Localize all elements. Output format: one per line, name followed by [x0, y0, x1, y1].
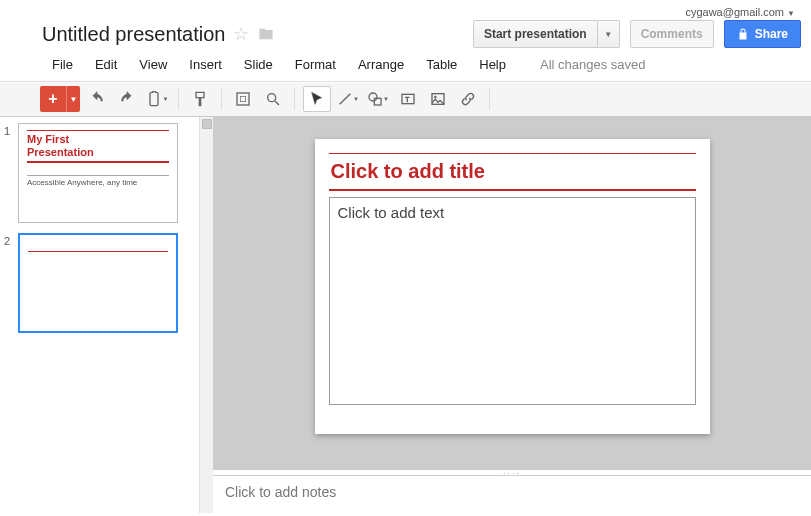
menu-help[interactable]: Help [469, 54, 516, 75]
separator [221, 88, 222, 110]
paste-button[interactable]: ▼ [144, 87, 170, 111]
menu-table[interactable]: Table [416, 54, 467, 75]
svg-point-10 [434, 96, 436, 98]
new-slide-button[interactable]: + ▼ [40, 86, 80, 112]
slide-sidebar: 1 My First Presentation Accessible Anywh… [0, 117, 200, 513]
undo-button[interactable] [84, 87, 110, 111]
speaker-notes-input[interactable]: Click to add notes [213, 475, 811, 513]
zoom-button[interactable] [260, 87, 286, 111]
slide-number: 1 [4, 123, 14, 223]
menu-view[interactable]: View [129, 54, 177, 75]
thumb-subtitle: Accessible Anywhere, any time [27, 175, 169, 187]
slide-body-input[interactable]: Click to add text [329, 197, 696, 405]
separator [178, 88, 179, 110]
svg-point-5 [369, 93, 377, 101]
line-tool[interactable]: ▼ [335, 87, 361, 111]
slide-title-input[interactable]: Click to add title [329, 153, 696, 191]
fit-button[interactable] [230, 87, 256, 111]
shape-tool[interactable]: ▼ [365, 87, 391, 111]
scroll-up-button[interactable] [202, 119, 212, 129]
folder-icon[interactable] [257, 26, 275, 42]
separator [489, 88, 490, 110]
format-paint-button[interactable] [187, 87, 213, 111]
thumb-line [28, 251, 168, 252]
image-tool[interactable] [425, 87, 451, 111]
redo-button[interactable] [114, 87, 140, 111]
menu-format[interactable]: Format [285, 54, 346, 75]
slide-canvas[interactable]: Click to add title Click to add text [315, 139, 710, 434]
textbox-tool[interactable]: T [395, 87, 421, 111]
new-slide-dropdown[interactable]: ▼ [66, 86, 80, 112]
link-tool[interactable] [455, 87, 481, 111]
svg-line-4 [340, 94, 351, 105]
menu-slide[interactable]: Slide [234, 54, 283, 75]
select-tool[interactable] [304, 87, 330, 111]
svg-point-2 [268, 94, 276, 102]
start-presentation-button[interactable]: Start presentation [473, 20, 598, 48]
menu-arrange[interactable]: Arrange [348, 54, 414, 75]
menu-insert[interactable]: Insert [179, 54, 232, 75]
separator [294, 88, 295, 110]
start-presentation-dropdown[interactable]: ▼ [598, 20, 620, 48]
lock-icon [737, 28, 749, 40]
svg-text:T: T [405, 96, 409, 103]
slide-thumbnail-1[interactable]: My First Presentation Accessible Anywher… [18, 123, 178, 223]
toolbar: + ▼ ▼ ▼ ▼ T [0, 81, 811, 117]
svg-line-3 [275, 101, 279, 105]
star-icon[interactable]: ☆ [233, 23, 249, 45]
menu-edit[interactable]: Edit [85, 54, 127, 75]
slide-thumbnail-2[interactable] [18, 233, 178, 333]
doc-title[interactable]: Untitled presentation [42, 23, 225, 46]
thumb-title: My First Presentation [27, 130, 169, 163]
account-email[interactable]: cygawa@gmail.com ▼ [10, 6, 801, 18]
svg-rect-0 [237, 93, 249, 105]
save-status: All changes saved [518, 57, 646, 72]
comments-button[interactable]: Comments [630, 20, 714, 48]
start-presentation-group[interactable]: Start presentation ▼ [473, 20, 620, 48]
share-button[interactable]: Share [724, 20, 801, 48]
svg-rect-6 [374, 98, 381, 105]
sidebar-scrollbar[interactable] [200, 117, 213, 513]
slide-number: 2 [4, 233, 14, 333]
plus-icon: + [40, 90, 66, 108]
svg-rect-1 [240, 96, 245, 101]
menu-file[interactable]: File [42, 54, 83, 75]
